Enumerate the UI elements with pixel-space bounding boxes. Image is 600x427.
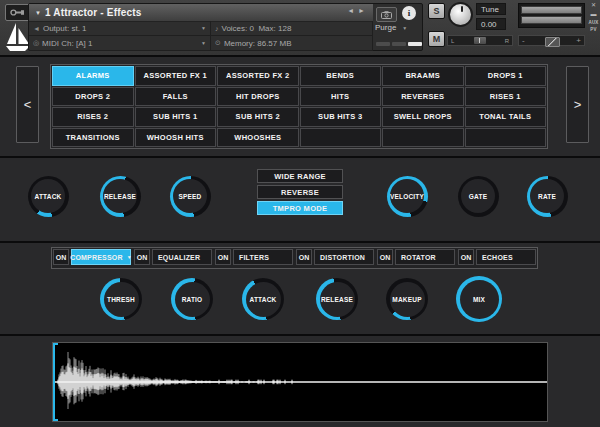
fx-attack-knob[interactable]: ATTACK: [242, 278, 284, 320]
tune-knob[interactable]: [448, 2, 473, 27]
fx-thresh-knob[interactable]: THRESH: [100, 278, 142, 320]
main-rate-knob[interactable]: RATE: [527, 176, 568, 217]
instrument-title-bar[interactable]: ▼ 1 Attractor - Effects ◄►: [29, 4, 373, 22]
category-rises-1[interactable]: RISES 1: [465, 87, 547, 107]
pan-handle[interactable]: [474, 37, 486, 44]
category-alarms[interactable]: ALARMS: [52, 66, 134, 86]
effect-tab-compressor[interactable]: COMPRESSOR▼: [71, 249, 131, 265]
category-transitions[interactable]: TRANSITIONS: [52, 128, 134, 148]
effect-dropdown-caret-icon[interactable]: ▼: [127, 254, 132, 260]
category-drops-1[interactable]: DROPS 1: [465, 66, 547, 86]
meter-right: [521, 16, 582, 24]
output-selector[interactable]: ◄ Output: st. 1 ▼: [29, 21, 211, 36]
main-attack-knob[interactable]: ATTACK: [28, 176, 69, 217]
fx-release-knob[interactable]: RELEASE: [316, 278, 358, 320]
effect-tab-rotator[interactable]: ROTATOR: [395, 249, 455, 265]
category-braams[interactable]: BRAAMS: [382, 66, 464, 86]
category-falls[interactable]: FALLS: [135, 87, 217, 107]
page-next-button[interactable]: >: [566, 66, 589, 143]
effect-on-toggle-equalizer[interactable]: ON: [134, 249, 150, 265]
main-rate-knob-face: RATE: [530, 179, 564, 213]
purge-led-3: [408, 42, 422, 46]
next-instrument-icon[interactable]: ►: [358, 7, 369, 14]
effect-on-toggle-distortion[interactable]: ON: [296, 249, 312, 265]
effect-tab-distortion[interactable]: DISTORTION: [314, 249, 374, 265]
volume-plus[interactable]: +: [576, 36, 581, 45]
category-tonal-tails[interactable]: TONAL TAILS: [465, 107, 547, 127]
main-speed-knob-face: SPEED: [173, 179, 207, 213]
category-hit-drops[interactable]: HIT DROPS: [217, 87, 299, 107]
kontakt-header: ▼ 1 Attractor - Effects ◄► ◄ Output: st.…: [0, 0, 600, 55]
tune-value: 0.00: [481, 20, 497, 29]
category-sub-hits-2[interactable]: SUB HITS 2: [217, 107, 299, 127]
mode-tmpro-mode[interactable]: TMPRO MODE: [257, 201, 343, 215]
mute-button[interactable]: M: [428, 31, 445, 47]
category-assorted-fx-1[interactable]: ASSORTED FX 1: [135, 66, 217, 86]
category-sub-hits-1[interactable]: SUB HITS 1: [135, 107, 217, 127]
mode-wide-range[interactable]: WIDE RANGE: [257, 169, 343, 183]
main-release-knob[interactable]: RELEASE: [100, 176, 141, 217]
category-rises-2[interactable]: RISES 2: [52, 107, 134, 127]
playhead-cursor: [53, 343, 55, 421]
category-bends[interactable]: BENDS: [300, 66, 382, 86]
main-velocity-knob-label: VELOCITY: [390, 193, 424, 200]
output-label: Output:: [43, 24, 69, 33]
fx-mix-knob-face: MIX: [460, 280, 499, 319]
fx-makeup-knob[interactable]: MAKEUP: [386, 278, 428, 320]
mode-reverse[interactable]: REVERSE: [257, 185, 343, 199]
effect-on-toggle-echoes[interactable]: ON: [458, 249, 474, 265]
midi-channel-selector[interactable]: ◎ MIDI Ch: [A] 1 ▼: [29, 36, 211, 51]
collapse-caret-icon[interactable]: ▼: [35, 10, 41, 16]
tune-value-box[interactable]: 0.00: [476, 18, 506, 30]
main-velocity-knob[interactable]: VELOCITY: [387, 176, 428, 217]
waveform-display[interactable]: [52, 342, 548, 422]
pan-slider[interactable]: L R: [447, 35, 513, 46]
volume-slider[interactable]: - +: [518, 35, 585, 46]
effect-tab-equalizer[interactable]: EQUALIZER: [152, 249, 212, 265]
main-gate-knob[interactable]: GATE: [458, 176, 499, 217]
effect-tab-echoes[interactable]: ECHOES: [476, 249, 536, 265]
effect-on-toggle-compressor[interactable]: ON: [53, 249, 69, 265]
fx-release-knob-face: RELEASE: [320, 282, 355, 317]
prev-instrument-icon[interactable]: ◄: [347, 7, 358, 14]
fx-mix-knob[interactable]: MIX: [456, 276, 502, 322]
effect-on-toggle-filters[interactable]: ON: [215, 249, 231, 265]
main-release-knob-face: RELEASE: [103, 179, 137, 213]
memory-icon: ⊙: [215, 39, 221, 47]
category-hits[interactable]: HITS: [300, 87, 382, 107]
category-section: < ALARMSASSORTED FX 1ASSORTED FX 2BENDSB…: [0, 55, 600, 156]
level-meters: [518, 3, 585, 28]
snapshot-camera-button[interactable]: [376, 7, 397, 22]
minimize-icon[interactable]: ▬: [591, 11, 597, 18]
category-sub-hits-3[interactable]: SUB HITS 3: [300, 107, 382, 127]
category-swell-drops[interactable]: SWELL DROPS: [382, 107, 464, 127]
purge-menu-button[interactable]: Purge ▼: [375, 21, 419, 34]
info-button[interactable]: i: [402, 6, 416, 20]
close-icon[interactable]: ✕: [591, 2, 596, 9]
pan-right-label: R: [505, 38, 509, 44]
category-drops-2[interactable]: DROPS 2: [52, 87, 134, 107]
category-reverses[interactable]: REVERSES: [382, 87, 464, 107]
memory-display: ⊙ Memory: 86.57 MB: [211, 36, 373, 51]
voices-display: ♪ Voices: 0 Max: 128: [211, 21, 373, 36]
main-speed-knob[interactable]: SPEED: [170, 176, 211, 217]
aux-button[interactable]: AUX: [588, 20, 598, 25]
speaker-icon: ◄: [33, 25, 40, 32]
fx-ratio-knob[interactable]: RATIO: [171, 278, 213, 320]
effect-tab-filters[interactable]: FILTERS: [233, 249, 293, 265]
instrument-nav-arrows[interactable]: ◄►: [347, 7, 369, 14]
effect-on-toggle-rotator[interactable]: ON: [377, 249, 393, 265]
midi-caret-icon[interactable]: ▼: [201, 40, 206, 46]
max-label: Max:: [258, 24, 275, 33]
page-prev-button[interactable]: <: [16, 66, 39, 143]
edit-wrench-button[interactable]: [5, 4, 30, 21]
meter-left: [521, 6, 582, 14]
category-whooshes[interactable]: WHOOSHES: [217, 128, 299, 148]
output-caret-icon[interactable]: ▼: [201, 25, 206, 31]
category-assorted-fx-2[interactable]: ASSORTED FX 2: [217, 66, 299, 86]
volume-minus[interactable]: -: [522, 36, 525, 45]
solo-button[interactable]: S: [428, 3, 445, 19]
category-whoosh-hits[interactable]: WHOOSH HITS: [135, 128, 217, 148]
volume-handle[interactable]: [545, 37, 560, 47]
pv-button[interactable]: PV: [590, 27, 596, 32]
